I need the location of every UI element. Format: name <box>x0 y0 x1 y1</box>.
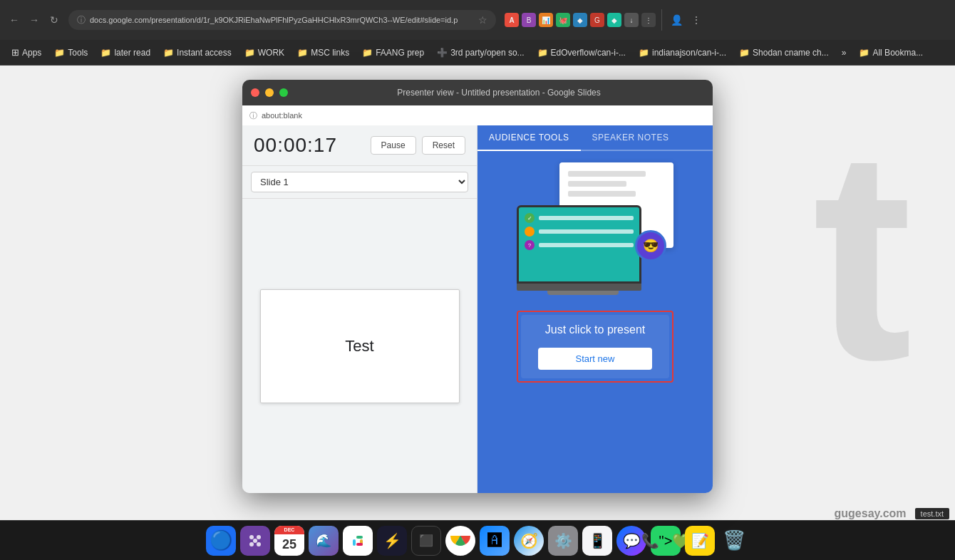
illus-doc-line-2 <box>568 181 626 187</box>
dock-terminal[interactable]: ⬛ <box>411 526 441 556</box>
start-new-button[interactable]: Start new <box>538 348 652 370</box>
bookmark-tools[interactable]: 📁 Tools <box>48 46 93 60</box>
dock-settings[interactable]: ⚙️ <box>548 526 578 556</box>
nav-back-button[interactable]: ← <box>6 11 23 28</box>
svg-point-5 <box>253 539 257 543</box>
dock-terminal-wrapper: ⬛ <box>411 526 441 556</box>
svg-rect-7 <box>356 536 363 539</box>
folder-icon-ed: 📁 <box>537 48 548 58</box>
dock-finder-wrapper: 🔵 <box>206 526 236 556</box>
bookmark-work[interactable]: 📁 WORK <box>239 46 290 60</box>
dock-chrome[interactable] <box>445 526 475 556</box>
slide-selector[interactable]: Slide 1 <box>251 172 468 192</box>
dock-launchpad-wrapper <box>240 526 270 556</box>
bookmark-msc[interactable]: 📁 MSC links <box>291 46 355 60</box>
dock-appstore-wrapper: 🅰 <box>480 526 510 556</box>
bookmark-instant-access[interactable]: 📁 Instant access <box>158 46 237 60</box>
profile-button[interactable]: 👤 <box>668 11 685 28</box>
bookmark-msc-label: MSC links <box>311 48 349 58</box>
slide-selector-area: Slide 1 <box>242 166 477 199</box>
bookmark-all[interactable]: 📁 All Bookma... <box>853 46 929 60</box>
bookmark-faang[interactable]: 📁 FAANG prep <box>356 46 430 60</box>
bookmark-later-label: later read <box>114 48 150 58</box>
dock-safari[interactable]: 🧭 <box>514 526 544 556</box>
ext-abp[interactable]: A <box>505 13 519 27</box>
bookmark-overflow[interactable]: » <box>836 46 852 60</box>
folder-icon-msc: 📁 <box>297 48 308 58</box>
window-maximize-button[interactable] <box>279 88 288 97</box>
dock-bolt-wrapper: ⚡ <box>377 526 407 556</box>
pause-button[interactable]: Pause <box>371 136 416 155</box>
ext-3[interactable]: 🐙 <box>556 13 570 27</box>
bookmark-apps[interactable]: ⊞ Apps <box>6 45 47 60</box>
dock-bolt[interactable]: ⚡ <box>377 526 407 556</box>
folder-icon-all: 📁 <box>859 48 869 58</box>
window-info-icon: ⓘ <box>249 110 257 121</box>
svg-point-2 <box>257 535 261 539</box>
dock-arc[interactable]: 🌊 <box>309 526 339 556</box>
tabs-bar: AUDIENCE TOOLS SPEAKER NOTES <box>478 125 713 151</box>
bookmark-work-label: WORK <box>258 48 284 58</box>
nav-forward-button[interactable]: → <box>26 11 43 28</box>
menu-button[interactable]: ⋮ <box>688 11 705 28</box>
bookmark-star-icon[interactable]: ☆ <box>478 14 487 26</box>
dock-iphone-mirror[interactable]: 📱 <box>582 526 612 556</box>
dock-finder[interactable]: 🔵 <box>206 526 236 556</box>
bookmark-faang-label: FAANG prep <box>376 48 424 58</box>
svg-point-4 <box>257 542 261 546</box>
reset-button[interactable]: Reset <box>422 136 465 155</box>
dock-slack[interactable] <box>343 526 373 556</box>
dock-calendar[interactable]: DEC 25 <box>274 526 304 556</box>
dock-chrome-wrapper <box>445 526 475 556</box>
dock-whatsapp-wrapper: 📞"> 💚 <box>651 526 681 556</box>
ext-7[interactable]: ↓ <box>624 13 639 27</box>
folder-icon-faang: 📁 <box>362 48 373 58</box>
window-minimize-button[interactable] <box>265 88 274 97</box>
svg-point-3 <box>249 542 254 546</box>
main-content-area: t Presenter view - Untitled presentation… <box>0 66 955 520</box>
bookmark-bar: ⊞ Apps 📁 Tools 📁 later read 📁 Instant ac… <box>0 40 955 66</box>
bookmark-indiana[interactable]: 📁 indianajson/can-i-... <box>633 46 732 60</box>
window-url-bar[interactable]: ⓘ about:blank <box>242 105 713 125</box>
ext-5[interactable]: G <box>590 13 604 27</box>
present-box-title: Just click to present <box>545 323 646 336</box>
bookmark-edoverflow[interactable]: 📁 EdOverflow/can-i-... <box>532 46 631 60</box>
tab-audience-tools[interactable]: AUDIENCE TOOLS <box>478 125 581 151</box>
status-bar-labels: gugesay.com test.txt <box>835 507 949 520</box>
timer-area: 00:00:17 Pause Reset <box>242 125 477 166</box>
bookmark-later-read[interactable]: 📁 later read <box>95 46 156 60</box>
dock-launchpad[interactable] <box>240 526 270 556</box>
security-icon: ⓘ <box>77 14 86 26</box>
svg-rect-6 <box>353 539 356 546</box>
dock-appstore[interactable]: 🅰 <box>480 526 510 556</box>
slide-preview-text: Test <box>345 337 373 356</box>
illus-avatar-circle: 😎 <box>635 230 666 261</box>
url-text: docs.google.com/presentation/d/1r_k9OKJR… <box>90 16 474 24</box>
ext-6[interactable]: ◆ <box>607 13 621 27</box>
timer-display: 00:00:17 <box>254 134 365 157</box>
laptop-stand <box>547 291 619 295</box>
presenter-window: Presenter view - Untitled presentation -… <box>242 80 713 493</box>
nav-refresh-button[interactable]: ↻ <box>46 11 63 28</box>
ext-8[interactable]: ⋮ <box>641 13 656 27</box>
window-close-button[interactable] <box>251 88 259 97</box>
illus-doc-line-1 <box>568 171 646 177</box>
bookmark-instant-label: Instant access <box>177 48 232 58</box>
laptop-screen: ✓ ? <box>517 205 641 284</box>
laptop-check-1: ✓ <box>525 213 535 223</box>
folder-icon-work: 📁 <box>244 48 255 58</box>
dock-whatsapp[interactable]: 📞"> 💚 <box>651 526 681 556</box>
folder-icon-tools: 📁 <box>54 48 65 58</box>
bookmark-3rdparty[interactable]: ➕ 3rd party/open so... <box>431 46 530 60</box>
ext-2[interactable]: 📊 <box>539 13 553 27</box>
laptop-line-3 <box>539 243 634 247</box>
tab-speaker-notes[interactable]: SPEAKER NOTES <box>581 125 681 151</box>
bookmark-shodan[interactable]: 📁 Shodan cname ch... <box>733 46 835 60</box>
ext-4[interactable]: ◆ <box>573 13 587 27</box>
laptop-row-1: ✓ <box>525 213 634 223</box>
dock-trash[interactable]: 🗑️ <box>719 526 749 556</box>
audience-content: ✓ ? <box>478 151 713 493</box>
dock-notes[interactable]: 📝 <box>685 526 715 556</box>
url-bar[interactable]: ⓘ docs.google.com/presentation/d/1r_k9OK… <box>68 10 496 30</box>
ext-1[interactable]: B <box>522 13 536 27</box>
